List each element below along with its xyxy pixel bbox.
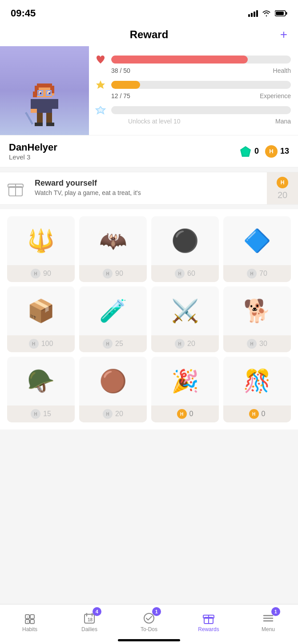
item-cost-10: H20 <box>79 405 147 422</box>
item-card-7[interactable]: ⚔️H20 <box>151 286 219 352</box>
item-card-6[interactable]: 🧪H25 <box>79 286 147 352</box>
user-level: Level 3 <box>9 153 57 161</box>
item-cost-value-6: 25 <box>115 340 123 348</box>
item-cost-value-5: 100 <box>41 340 53 348</box>
item-cost-icon-5: H <box>29 339 39 349</box>
health-bar-bg <box>111 56 291 64</box>
item-cost-1: H90 <box>7 265 75 282</box>
status-time: 09:45 <box>11 8 36 19</box>
character-section: 38 / 50 Health 12 / 75 Experience <box>0 46 298 135</box>
experience-stat: 12 / 75 Experience <box>94 79 291 99</box>
svg-rect-29 <box>35 123 42 127</box>
todos-label: To-Dos <box>141 626 157 632</box>
item-image-8: 🐕 <box>223 286 291 335</box>
svg-rect-1 <box>251 13 253 17</box>
svg-text:−: − <box>32 616 33 619</box>
item-cost-8: H30 <box>223 335 291 352</box>
nav-rewards[interactable]: Rewards <box>179 604 238 640</box>
item-card-8[interactable]: 🐕H30 <box>223 286 291 352</box>
experience-value: 12 / 75 <box>111 92 130 99</box>
item-cost-11: H0 <box>151 405 219 422</box>
reward-banner-text: Reward yourself Watch TV, play a game, e… <box>31 172 267 204</box>
character-sprite <box>24 82 64 135</box>
item-cost-value-3: 60 <box>187 270 195 278</box>
item-card-12[interactable]: 🎊H0 <box>223 357 291 422</box>
svg-rect-26 <box>25 112 33 125</box>
item-cost-6: H25 <box>79 335 147 352</box>
battery-icon <box>275 10 287 17</box>
experience-bar-bg <box>111 81 291 89</box>
menu-label: Menu <box>262 626 275 632</box>
gem-currency: 0 <box>239 145 259 158</box>
character-avatar <box>0 46 89 135</box>
item-image-12: 🎊 <box>223 357 291 405</box>
item-cost-7: H20 <box>151 335 219 352</box>
item-card-1[interactable]: 🔱H90 <box>7 216 75 282</box>
item-cost-value-2: 90 <box>115 270 123 278</box>
item-card-10[interactable]: 🟤H20 <box>79 357 147 422</box>
nav-habits[interactable]: + − + − Habits <box>0 604 60 640</box>
svg-rect-3 <box>256 10 258 17</box>
user-currency: 0 H 13 <box>239 145 289 158</box>
health-bar-fill <box>111 56 248 64</box>
item-cost-value-8: 30 <box>259 340 267 348</box>
svg-rect-7 <box>37 83 52 85</box>
reward-icon <box>7 179 24 197</box>
svg-rect-8 <box>35 86 54 87</box>
reward-banner[interactable]: Reward yourself Watch TV, play a game, e… <box>0 172 298 205</box>
health-icon <box>94 53 107 66</box>
item-card-2[interactable]: 🦇H90 <box>79 216 147 282</box>
item-cost-12: H0 <box>223 405 291 422</box>
reward-banner-cost: H 20 <box>267 172 298 204</box>
item-card-4[interactable]: 🔷H70 <box>223 216 291 282</box>
banner-cost-value: 20 <box>278 190 287 200</box>
user-name-level: DanHelyer Level 3 <box>9 142 57 161</box>
reward-banner-desc: Watch TV, play a game, eat a treat, it's <box>35 189 263 196</box>
item-cost-value-12: 0 <box>262 410 266 418</box>
add-reward-button[interactable]: + <box>280 28 287 42</box>
nav-menu[interactable]: 1 Menu <box>238 604 298 640</box>
item-cost-icon-8: H <box>247 339 257 349</box>
item-cost-9: H15 <box>7 405 75 422</box>
nav-todos[interactable]: 1 To-Dos <box>119 604 179 640</box>
stats-panel: 38 / 50 Health 12 / 75 Experience <box>89 46 298 135</box>
mana-icon <box>94 104 107 116</box>
item-cost-value-10: 20 <box>115 410 123 418</box>
item-image-9: 🪖 <box>7 357 75 405</box>
bottom-nav: + − + − Habits 4 18 Dailies 1 To-Dos <box>0 604 298 644</box>
health-value: 38 / 50 <box>111 67 130 74</box>
status-icons <box>248 10 287 17</box>
habits-icon: + − + − <box>24 612 36 624</box>
item-cost-icon-11: H <box>177 409 187 419</box>
user-name: DanHelyer <box>9 142 57 153</box>
item-cost-5: H100 <box>7 335 75 352</box>
item-card-9[interactable]: 🪖H15 <box>7 357 75 422</box>
svg-rect-24 <box>52 99 58 109</box>
item-card-11[interactable]: 🎉H0 <box>151 357 219 422</box>
todos-badge: 1 <box>152 607 161 616</box>
item-cost-icon-4: H <box>247 269 257 278</box>
dailies-label: Dailies <box>81 626 97 632</box>
svg-rect-16 <box>40 92 41 94</box>
gem-value: 0 <box>254 147 259 156</box>
svg-rect-18 <box>48 92 50 94</box>
wifi-icon <box>262 10 271 17</box>
mana-bar-bg <box>111 106 291 114</box>
item-cost-value-7: 20 <box>187 340 195 348</box>
nav-dailies[interactable]: 4 18 Dailies <box>60 604 119 640</box>
item-image-4: 🔷 <box>223 216 291 265</box>
mana-label: Mana <box>275 118 291 125</box>
gem-icon <box>239 145 252 158</box>
item-image-11: 🎉 <box>151 357 219 405</box>
item-cost-icon-1: H <box>31 269 40 278</box>
item-cost-value-11: 0 <box>189 410 193 418</box>
svg-marker-31 <box>96 80 105 89</box>
svg-rect-2 <box>254 12 255 17</box>
item-image-7: ⚔️ <box>151 286 219 335</box>
item-cost-icon-10: H <box>103 409 113 419</box>
gold-value: 13 <box>280 147 289 156</box>
svg-rect-0 <box>248 14 250 17</box>
item-card-5[interactable]: 📦H100 <box>7 286 75 352</box>
item-image-3: ⚫ <box>151 216 219 265</box>
item-card-3[interactable]: ⚫H60 <box>151 216 219 282</box>
